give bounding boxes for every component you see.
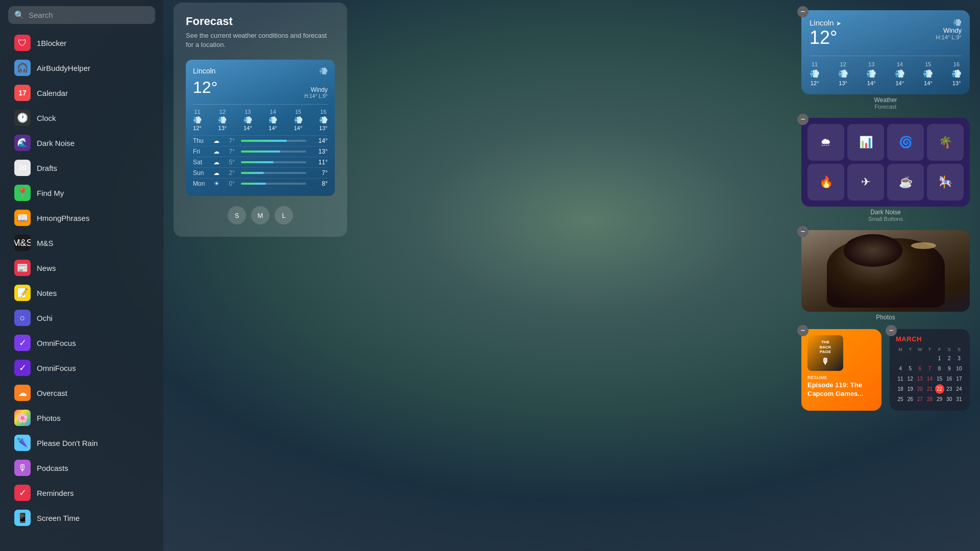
- cal-day-25[interactable]: 25: [896, 394, 905, 404]
- cal-day-23[interactable]: 23: [945, 384, 954, 394]
- weather-widget: Lincoln ➤ 12° 💨 Windy H:14° L:9° 11💨12°1…: [801, 10, 970, 94]
- widget-hourly-item: 16💨13°: [951, 61, 962, 86]
- sidebar-item-reminders[interactable]: ✓ Reminders: [4, 481, 159, 505]
- cal-header: M: [896, 346, 905, 353]
- sidebar-item-pleasedontrain[interactable]: 🌂 Please Don't Rain: [4, 431, 159, 455]
- cal-day-17[interactable]: 17: [954, 374, 964, 384]
- podcast-artwork: THE BACK PAGE 🎙: [807, 335, 843, 371]
- cal-day-27[interactable]: 27: [915, 394, 924, 404]
- search-bar[interactable]: 🔍: [8, 6, 155, 24]
- widget-hourly-item: 12💨13°: [838, 61, 848, 86]
- cal-day-18[interactable]: 18: [896, 384, 905, 394]
- widget-hourly-item: 11💨12°: [810, 61, 820, 86]
- cal-day-30[interactable]: 30: [945, 394, 954, 404]
- cal-day-12[interactable]: 12: [905, 374, 915, 384]
- app-name-drafts: Drafts: [37, 164, 57, 172]
- size-button-m[interactable]: M: [251, 206, 270, 224]
- sidebar-item-ms[interactable]: M&S M&S: [4, 231, 159, 255]
- panel-desc: See the current weather conditions and f…: [186, 31, 335, 49]
- app-icon-hmong: 📖: [14, 210, 31, 226]
- sidebar-item-omnifocus2[interactable]: ✓ OmniFocus: [4, 356, 159, 380]
- app-icon-1blocker: 🛡: [14, 35, 31, 51]
- sidebar-item-hmong[interactable]: 📖 HmongPhrases: [4, 206, 159, 230]
- cal-day-4[interactable]: 4: [896, 364, 905, 373]
- cal-day-22[interactable]: 22: [935, 384, 944, 394]
- cal-day-29[interactable]: 29: [935, 394, 944, 404]
- app-icon-omnifocus1: ✓: [14, 335, 31, 351]
- hourly-item: 13💨14°: [243, 109, 252, 131]
- cal-day-2[interactable]: 2: [945, 354, 954, 363]
- remove-photos-button[interactable]: −: [797, 226, 808, 237]
- sidebar-item-1blocker[interactable]: 🛡 1Blocker: [4, 31, 159, 55]
- sidebar-item-podcasts[interactable]: 🎙 Podcasts: [4, 456, 159, 480]
- widget-location: Lincoln ➤: [810, 18, 841, 27]
- weather-sublabel: Forecast: [801, 104, 970, 110]
- cal-day-16[interactable]: 16: [945, 374, 954, 384]
- cal-day-6[interactable]: 6: [915, 364, 924, 373]
- remove-calendar-button[interactable]: −: [886, 325, 897, 336]
- cal-day-9[interactable]: 9: [945, 364, 954, 373]
- sidebar-item-news[interactable]: 📰 News: [4, 256, 159, 280]
- cal-day-8[interactable]: 8: [935, 364, 944, 373]
- app-name-clock: Clock: [37, 114, 56, 122]
- noise-button-7[interactable]: 🎠: [927, 164, 964, 201]
- remove-darknoise-button[interactable]: −: [797, 114, 808, 125]
- cal-day-26[interactable]: 26: [905, 394, 915, 404]
- noise-button-4[interactable]: 🔥: [807, 164, 844, 201]
- remove-podcast-button[interactable]: −: [797, 325, 808, 336]
- app-name-overcast: Overcast: [37, 389, 67, 397]
- search-input[interactable]: [29, 11, 149, 19]
- photos-label: Photos: [801, 314, 970, 321]
- weather-label: Weather: [801, 96, 970, 104]
- widget-hourly: 11💨12°12💨13°13💨14°14💨14°15💨14°16💨13°: [810, 56, 962, 86]
- sidebar-item-ochi[interactable]: ○ Ochi: [4, 306, 159, 330]
- cal-day-7[interactable]: 7: [925, 364, 934, 373]
- widget-condition: Windy: [936, 27, 962, 34]
- sidebar-item-notes[interactable]: 📝 Notes: [4, 281, 159, 305]
- noise-grid: 🌧📊🌀🌴🔥✈☕🎠: [807, 124, 964, 201]
- sidebar-item-screentime[interactable]: 📱 Screen Time: [4, 506, 159, 530]
- app-name-notes: Notes: [37, 289, 57, 297]
- cal-day-21[interactable]: 21: [925, 384, 934, 394]
- app-icon-podcasts: 🎙: [14, 460, 31, 476]
- cal-day-10[interactable]: 10: [954, 364, 964, 373]
- sidebar-item-findmy[interactable]: 📍 Find My: [4, 181, 159, 205]
- noise-button-5[interactable]: ✈: [847, 164, 884, 201]
- podcast-resume: RESUME: [807, 375, 875, 380]
- cal-day-14[interactable]: 14: [925, 374, 934, 384]
- noise-button-0[interactable]: 🌧: [807, 124, 844, 161]
- cal-day-13[interactable]: 13: [915, 374, 924, 384]
- noise-button-3[interactable]: 🌴: [927, 124, 964, 161]
- cal-day-24[interactable]: 24: [954, 384, 964, 394]
- cal-day-empty: [896, 354, 905, 363]
- cal-day-20[interactable]: 20: [915, 384, 924, 394]
- sidebar-item-calendar[interactable]: 17 Calendar: [4, 81, 159, 105]
- cal-day-15[interactable]: 15: [935, 374, 944, 384]
- sidebar-item-darknoise[interactable]: 🌊 Dark Noise: [4, 131, 159, 155]
- cal-day-5[interactable]: 5: [905, 364, 915, 373]
- calendar-month: MARCH: [896, 335, 964, 343]
- hourly-item: 11💨12°: [193, 109, 202, 131]
- app-icon-photos: 🌸: [14, 410, 31, 426]
- app-icon-screentime: 📱: [14, 510, 31, 526]
- sidebar-item-drafts[interactable]: ✉ Drafts: [4, 156, 159, 180]
- cal-header: T: [925, 346, 934, 353]
- sidebar-item-photos[interactable]: 🌸 Photos: [4, 406, 159, 430]
- cal-day-3[interactable]: 3: [954, 354, 964, 363]
- cal-day-31[interactable]: 31: [954, 394, 964, 404]
- size-button-l[interactable]: L: [275, 206, 293, 224]
- size-button-s[interactable]: S: [228, 206, 246, 224]
- sidebar-item-omnifocus1[interactable]: ✓ OmniFocus: [4, 331, 159, 355]
- cal-day-19[interactable]: 19: [905, 384, 915, 394]
- cal-day-1[interactable]: 1: [935, 354, 944, 363]
- noise-button-2[interactable]: 🌀: [887, 124, 924, 161]
- sidebar-item-overcast[interactable]: ☁ Overcast: [4, 381, 159, 405]
- sidebar-item-airbuddy[interactable]: 🎧 AirBuddyHelper: [4, 56, 159, 80]
- cal-day-28[interactable]: 28: [925, 394, 934, 404]
- noise-button-6[interactable]: ☕: [887, 164, 924, 201]
- sidebar-item-clock[interactable]: 🕐 Clock: [4, 106, 159, 130]
- remove-weather-button[interactable]: −: [797, 6, 808, 17]
- noise-button-1[interactable]: 📊: [847, 124, 884, 161]
- cal-day-11[interactable]: 11: [896, 374, 905, 384]
- calendar-widget: MARCH MTWTFSS123456789101112131415161718…: [890, 329, 970, 411]
